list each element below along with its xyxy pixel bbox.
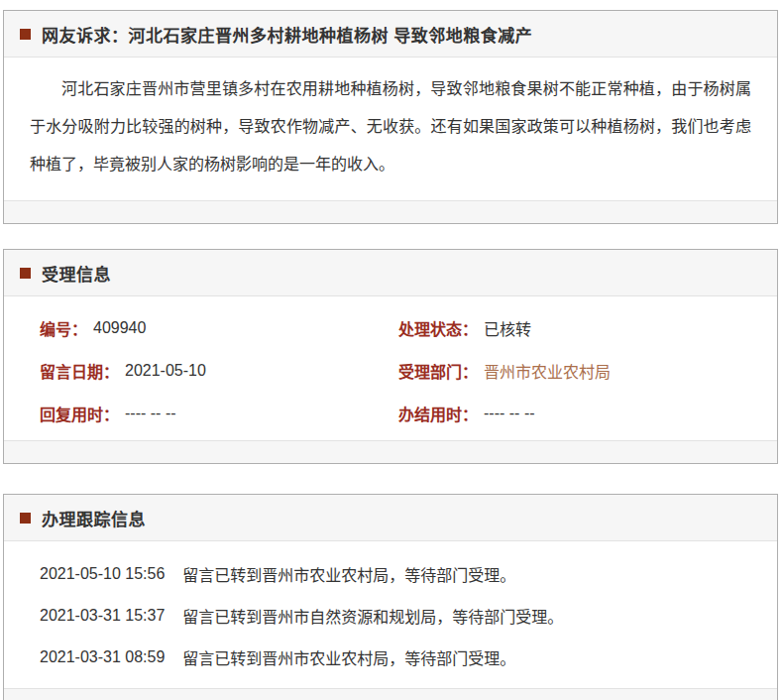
field-reply-duration: 回复用时： ---- -- -- <box>40 392 398 434</box>
acceptance-card-footer <box>4 440 777 463</box>
tracking-entry-time: 2021-03-31 08:59 <box>40 648 165 666</box>
field-department-label: 受理部门： <box>398 359 478 383</box>
acceptance-body: 编号： 409940 处理状态： 已核转 留言日期： 2021-05-10 受理… <box>4 296 777 440</box>
tracking-entry: 2021-03-31 08:59 留言已转到晋州市农业农村局，等待部门受理。 <box>40 637 757 678</box>
field-status-label: 处理状态： <box>398 316 478 340</box>
field-completion-duration: 办结用时： ---- -- -- <box>398 392 757 434</box>
complaint-title: 网友诉求：河北石家庄晋州多村耕地种植杨树 导致邻地粮食减产 <box>42 22 532 47</box>
field-reply-duration-label: 回复用时： <box>40 402 119 425</box>
acceptance-card: 受理信息 编号： 409940 处理状态： 已核转 留言日期： 2021-05-… <box>3 249 778 464</box>
acceptance-card-header: 受理信息 <box>4 250 777 296</box>
tracking-entry-text: 留言已转到晋州市自然资源和规划局，等待部门受理。 <box>182 604 563 628</box>
tracking-entry-time: 2021-03-31 15:37 <box>40 607 165 625</box>
tracking-entry-text: 留言已转到晋州市农业农村局，等待部门受理。 <box>182 562 515 586</box>
field-completion-duration-label: 办结用时： <box>398 402 478 425</box>
field-message-date-value: 2021-05-10 <box>125 362 206 380</box>
section-marker-icon <box>20 29 31 40</box>
tracking-entry-text: 留言已转到晋州市农业农村局，等待部门受理。 <box>182 645 515 669</box>
complaint-card-header: 网友诉求：河北石家庄晋州多村耕地种植杨树 导致邻地粮食减产 <box>4 11 777 58</box>
complaint-card: 网友诉求：河北石家庄晋州多村耕地种植杨树 导致邻地粮食减产 河北石家庄晋州市营里… <box>3 10 778 224</box>
tracking-body: 2021-05-10 15:56 留言已转到晋州市农业农村局，等待部门受理。 2… <box>4 541 777 688</box>
field-number-label: 编号： <box>40 316 87 340</box>
complaint-body: 河北石家庄晋州市营里镇多村在农用耕地种植杨树，导致邻地粮食果树不能正常种植，由于… <box>4 58 777 200</box>
acceptance-title: 受理信息 <box>42 261 111 286</box>
field-department: 受理部门： 晋州市农业农村局 <box>398 349 757 392</box>
field-message-date-label: 留言日期： <box>40 359 119 383</box>
tracking-entry: 2021-03-31 15:37 留言已转到晋州市自然资源和规划局，等待部门受理… <box>40 595 757 637</box>
section-marker-icon <box>20 513 31 524</box>
field-message-date: 留言日期： 2021-05-10 <box>40 349 398 392</box>
complaint-card-footer <box>4 200 777 223</box>
field-number-value: 409940 <box>93 319 146 337</box>
tracking-card-header: 办理跟踪信息 <box>4 495 777 541</box>
field-completion-duration-value: ---- -- -- <box>484 405 535 422</box>
page: { "colors": { "accent_label_red": "#9a2d… <box>0 0 782 700</box>
section-marker-icon <box>20 268 31 279</box>
field-number: 编号： 409940 <box>40 306 398 349</box>
tracking-title: 办理跟踪信息 <box>42 506 146 530</box>
field-status-value: 已核转 <box>484 316 531 340</box>
field-reply-duration-value: ---- -- -- <box>125 405 176 422</box>
tracking-entry: 2021-05-10 15:56 留言已转到晋州市农业农村局，等待部门受理。 <box>40 553 757 595</box>
field-status: 处理状态： 已核转 <box>398 306 757 349</box>
tracking-entry-time: 2021-05-10 15:56 <box>40 565 165 583</box>
complaint-text: 河北石家庄晋州市营里镇多村在农用耕地种植杨树，导致邻地粮食果树不能正常种植，由于… <box>30 70 751 183</box>
field-department-link[interactable]: 晋州市农业农村局 <box>484 359 611 383</box>
tracking-card-footer <box>4 688 777 700</box>
tracking-card: 办理跟踪信息 2021-05-10 15:56 留言已转到晋州市农业农村局，等待… <box>3 494 778 700</box>
